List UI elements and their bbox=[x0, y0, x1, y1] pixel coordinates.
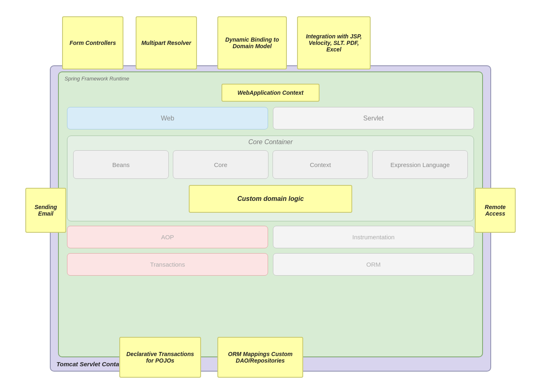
servlet-box: Servlet bbox=[273, 107, 474, 129]
instrumentation-label: Instrumentation bbox=[352, 234, 394, 241]
webapp-context-label: WebApplication Context bbox=[237, 89, 304, 96]
web-box: Web bbox=[67, 107, 268, 129]
multipart-resolver-sticky: Multipart Resolver bbox=[136, 16, 197, 69]
context-label: Context bbox=[310, 161, 331, 168]
orm-box: ORM bbox=[273, 253, 474, 276]
beans-box: Beans bbox=[73, 150, 169, 179]
web-servlet-row: Web Servlet bbox=[67, 107, 474, 129]
spring-container: Spring Framework Runtime WebApplication … bbox=[58, 71, 483, 357]
expression-language-box: Expression Language bbox=[372, 150, 468, 179]
aop-label: AOP bbox=[161, 234, 174, 241]
tx-orm-row: Transactions ORM bbox=[67, 253, 474, 276]
declarative-transactions-label: Declarative Transactions for POJOs bbox=[123, 351, 197, 364]
diagram-wrapper: Tomcat Servlet Container Spring Framewor… bbox=[25, 12, 516, 380]
beans-label: Beans bbox=[112, 161, 130, 168]
custom-domain-box: Custom domain logic bbox=[189, 185, 352, 213]
dynamic-binding-sticky: Dynamic Binding to Domain Model bbox=[217, 16, 287, 69]
spring-label: Spring Framework Runtime bbox=[65, 76, 129, 82]
expression-language-label: Expression Language bbox=[389, 160, 451, 170]
orm-mappings-label: ORM Mappings Custom DAO/Repositories bbox=[221, 351, 299, 364]
remote-access-label: Remote Access bbox=[479, 204, 512, 217]
core-container: Core Container Beans Core Context Expres… bbox=[67, 136, 474, 221]
orm-label: ORM bbox=[367, 261, 381, 268]
sending-email-sticky: Sending Email bbox=[25, 188, 66, 233]
beans-core-row: Beans Core Context Expression Language bbox=[73, 150, 468, 179]
declarative-transactions-sticky: Declarative Transactions for POJOs bbox=[119, 337, 201, 378]
context-box: Context bbox=[273, 150, 368, 179]
instrumentation-box: Instrumentation bbox=[273, 226, 474, 248]
core-label: Core bbox=[214, 161, 228, 168]
servlet-label: Servlet bbox=[363, 115, 384, 122]
transactions-box: Transactions bbox=[67, 253, 268, 276]
custom-domain-label: Custom domain logic bbox=[237, 195, 304, 203]
webapp-context-box: WebApplication Context bbox=[221, 84, 320, 102]
aop-instr-row: AOP Instrumentation bbox=[67, 226, 474, 248]
integration-sticky: Integration with JSP, Velocity, SLT. PDF… bbox=[297, 16, 371, 69]
form-controllers-label: Form Controllers bbox=[69, 40, 116, 46]
integration-label: Integration with JSP, Velocity, SLT. PDF… bbox=[301, 33, 367, 53]
web-label: Web bbox=[161, 115, 174, 122]
core-container-label: Core Container bbox=[248, 138, 293, 146]
aop-box: AOP bbox=[67, 226, 268, 248]
remote-access-sticky: Remote Access bbox=[475, 188, 516, 233]
core-box: Core bbox=[173, 150, 268, 179]
orm-mappings-sticky: ORM Mappings Custom DAO/Repositories bbox=[217, 337, 303, 378]
dynamic-binding-label: Dynamic Binding to Domain Model bbox=[221, 36, 283, 49]
form-controllers-sticky: Form Controllers bbox=[62, 16, 123, 69]
multipart-resolver-label: Multipart Resolver bbox=[141, 40, 191, 46]
sending-email-label: Sending Email bbox=[29, 204, 62, 217]
transactions-label: Transactions bbox=[150, 261, 185, 268]
